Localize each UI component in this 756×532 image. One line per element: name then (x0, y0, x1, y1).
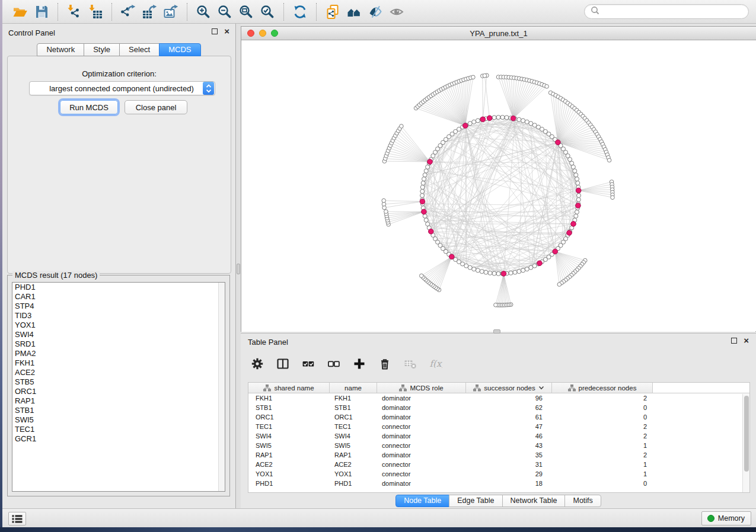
table-row[interactable]: YOX1YOX1connector291 (248, 469, 749, 479)
zoom-in-button[interactable] (193, 2, 214, 22)
mcds-node[interactable] (429, 229, 434, 234)
tab-motifs[interactable]: Motifs (564, 495, 601, 507)
table-cell[interactable]: RAP1 (248, 450, 330, 460)
mcds-node[interactable] (428, 159, 433, 165)
table-cell[interactable]: FKH1 (248, 393, 330, 403)
delete-columns-button[interactable] (377, 355, 393, 373)
export-table-button[interactable] (139, 2, 160, 22)
table-cell[interactable]: 1 (552, 469, 653, 479)
mcds-node[interactable] (576, 203, 581, 209)
show-column-button[interactable] (275, 355, 291, 373)
table-cell[interactable]: ORC1 (248, 412, 330, 422)
column-header-shared-name[interactable]: shared name (248, 383, 330, 393)
table-cell[interactable]: YOX1 (248, 469, 330, 479)
table-cell[interactable]: FKH1 (330, 393, 377, 403)
mcds-result-item[interactable]: FKH1 (12, 358, 225, 368)
mcds-result-item[interactable]: TEC1 (12, 425, 225, 434)
table-cell[interactable]: 61 (466, 412, 552, 422)
table-cell[interactable]: dominator (377, 479, 466, 488)
table-cell[interactable]: SWI4 (330, 431, 377, 441)
table-row[interactable]: RAP1RAP1dominator352 (248, 450, 749, 460)
table-cell[interactable]: dominator (377, 403, 466, 412)
table-row[interactable]: STB1STB1dominator620 (248, 403, 749, 412)
mcds-node[interactable] (537, 261, 543, 266)
table-cell[interactable]: PHD1 (330, 479, 377, 488)
mcds-node[interactable] (501, 271, 506, 277)
apply-layout-button[interactable] (289, 2, 311, 22)
table-cell[interactable]: 2 (552, 450, 653, 460)
table-row[interactable]: SWI4SWI4dominator462 (248, 431, 749, 441)
table-row[interactable]: SWI5SWI5connector431 (248, 441, 749, 450)
table-cell[interactable]: SWI5 (248, 441, 330, 450)
table-cell[interactable]: TEC1 (330, 422, 377, 431)
close-table-panel-icon[interactable]: × (744, 338, 749, 344)
save-session-button[interactable] (31, 2, 52, 22)
search-box[interactable] (584, 4, 749, 19)
table-cell[interactable]: connector (377, 469, 466, 479)
mcds-node[interactable] (576, 188, 581, 193)
network-overview-button[interactable] (343, 2, 365, 22)
graphics-details-button[interactable] (365, 2, 386, 22)
table-cell[interactable]: 35 (466, 450, 552, 460)
table-cell[interactable]: ORC1 (330, 412, 377, 422)
close-panel-icon[interactable]: × (224, 28, 229, 34)
tab-network-table[interactable]: Network Table (502, 495, 566, 507)
mcds-node[interactable] (420, 199, 425, 204)
column-header-successor-nodes[interactable]: successor nodes (466, 383, 552, 393)
open-file-button[interactable] (9, 2, 31, 22)
splitter-grabber[interactable] (237, 264, 240, 274)
mcds-node[interactable] (567, 230, 572, 236)
mcds-node[interactable] (462, 123, 468, 129)
search-input[interactable] (603, 8, 742, 16)
table-cell[interactable]: 62 (466, 403, 552, 412)
vertical-splitter[interactable] (236, 24, 241, 508)
mcds-result-item[interactable]: STP4 (12, 302, 225, 311)
table-cell[interactable]: 29 (466, 469, 552, 479)
table-cell[interactable]: connector (377, 460, 466, 469)
table-scrollbar-thumb[interactable] (744, 396, 749, 472)
table-cell[interactable]: 2 (552, 431, 653, 441)
mcds-node[interactable] (449, 254, 455, 259)
mcds-result-item[interactable]: SWI5 (12, 415, 225, 425)
float-table-panel-icon[interactable] (731, 338, 737, 344)
zoom-fit-button[interactable] (235, 2, 257, 22)
column-header-name[interactable]: name (330, 383, 377, 393)
table-cell[interactable]: TEC1 (248, 422, 330, 431)
mcds-result-item[interactable]: STB5 (12, 377, 225, 387)
table-cell[interactable]: 0 (552, 403, 653, 412)
table-cell[interactable]: connector (377, 441, 466, 450)
table-scrollbar[interactable] (742, 394, 749, 492)
criterion-select[interactable]: largest connected component (undirected) (29, 81, 215, 95)
table-cell[interactable]: STB1 (248, 403, 330, 412)
deselect-all-rows-button[interactable] (326, 355, 342, 373)
table-cell[interactable]: connector (377, 422, 466, 431)
mcds-node[interactable] (480, 117, 486, 122)
mcds-result-item[interactable]: SRD1 (12, 339, 225, 349)
table-cell[interactable]: 46 (466, 431, 552, 441)
import-table-button[interactable] (85, 2, 106, 22)
table-cell[interactable]: 47 (466, 422, 552, 431)
table-cell[interactable]: STB1 (330, 403, 377, 412)
export-image-button[interactable] (160, 2, 181, 22)
mcds-result-item[interactable]: GCR1 (12, 434, 225, 444)
task-history-button[interactable] (8, 512, 26, 525)
import-network-button[interactable] (63, 2, 85, 22)
create-column-button[interactable] (351, 355, 368, 373)
tab-mcds[interactable]: MCDS (159, 43, 200, 56)
mcds-node[interactable] (511, 116, 516, 121)
export-network-button[interactable] (117, 2, 139, 22)
mcds-result-item[interactable]: RAP1 (12, 396, 225, 406)
mcds-list-scrollbar[interactable] (218, 283, 225, 491)
table-cell[interactable]: dominator (377, 412, 466, 422)
clone-network-button[interactable] (322, 2, 343, 22)
mcds-node[interactable] (571, 222, 576, 227)
mcds-node[interactable] (487, 116, 492, 121)
mcds-result-item[interactable]: CAR1 (12, 292, 225, 302)
zoom-out-button[interactable] (214, 2, 235, 22)
mcds-node[interactable] (556, 140, 561, 145)
table-cell[interactable]: PHD1 (248, 479, 330, 488)
table-cell[interactable]: 0 (552, 479, 653, 488)
table-cell[interactable]: RAP1 (330, 450, 377, 460)
mcds-result-item[interactable]: TID3 (12, 311, 225, 321)
table-cell[interactable]: 1 (552, 441, 653, 450)
